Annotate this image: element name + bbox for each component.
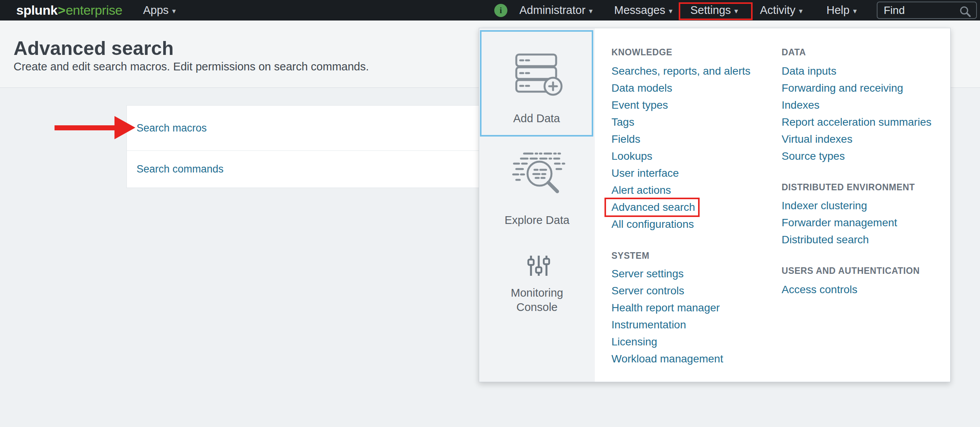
nav-settings-label: Settings: [690, 4, 731, 17]
menu-item[interactable]: Event types: [611, 97, 751, 114]
page-title: Advanced search: [14, 39, 174, 58]
system-section-header: SYSTEM: [611, 250, 649, 261]
splunk-advanced-search-page: { "navbar": { "logo": { "brand": "splunk…: [0, 0, 980, 427]
chevron-down-icon: ▾: [734, 7, 738, 15]
nav-activity-menu[interactable]: Activity ▾: [760, 0, 802, 20]
knowledge-section-list: Searches, reports, and alerts Data model…: [611, 63, 751, 233]
menu-item[interactable]: Server controls: [611, 282, 723, 299]
menu-item-advanced-search[interactable]: Advanced search: [611, 199, 751, 216]
menu-item[interactable]: Tags: [611, 114, 751, 131]
info-icon-glyph: i: [500, 6, 502, 15]
data-section-list: Data inputs Forwarding and receiving Ind…: [782, 63, 932, 165]
panel-tiles-strip: Add Data Explore Data: [479, 28, 595, 382]
monitoring-console-icon: [527, 254, 550, 277]
menu-item[interactable]: Distributed search: [782, 231, 897, 248]
add-data-icon: [514, 53, 564, 96]
menu-item[interactable]: Access controls: [782, 281, 857, 298]
distributed-section-header: DISTRIBUTED ENVIRONMENT: [782, 182, 915, 193]
nav-settings-menu[interactable]: Settings ▾: [690, 0, 738, 20]
menu-item[interactable]: Searches, reports, and alerts: [611, 63, 751, 80]
menu-item[interactable]: All configurations: [611, 216, 751, 233]
explore-data-icon: [510, 151, 567, 200]
menu-item[interactable]: Server settings: [611, 265, 723, 282]
nav-messages-menu[interactable]: Messages ▾: [614, 0, 673, 20]
page-subtitle: Create and edit search macros. Edit perm…: [14, 61, 369, 72]
menu-item[interactable]: Lookups: [611, 148, 751, 165]
splunk-logo[interactable]: splunk>enterprise: [16, 0, 122, 20]
monitoring-console-label: Monitoring Console: [479, 286, 595, 314]
nav-user-menu[interactable]: Administrator ▾: [519, 0, 592, 20]
menu-item[interactable]: Source types: [782, 148, 932, 165]
menu-item[interactable]: Alert actions: [611, 182, 751, 199]
nav-activity-label: Activity: [760, 4, 796, 17]
nav-apps-menu[interactable]: Apps ▾: [143, 0, 176, 20]
menu-item[interactable]: Report acceleration summaries: [782, 114, 932, 131]
system-section-list: Server settings Server controls Health r…: [611, 265, 723, 367]
logo-enterprise-text: enterprise: [66, 3, 122, 18]
annotation-arrow-icon: [55, 115, 136, 140]
nav-help-label: Help: [826, 4, 850, 17]
search-icon: [959, 5, 971, 18]
menu-item[interactable]: Forwarder management: [782, 214, 897, 231]
chevron-down-icon: ▾: [799, 7, 803, 15]
add-data-label: Add Data: [481, 111, 592, 126]
chevron-down-icon: ▾: [172, 7, 176, 15]
menu-item[interactable]: Forwarding and receiving: [782, 80, 932, 97]
menu-item[interactable]: Workload management: [611, 350, 723, 367]
menu-item[interactable]: Virtual indexes: [782, 131, 932, 148]
menu-item[interactable]: Health report manager: [611, 299, 723, 316]
add-data-tile[interactable]: Add Data: [480, 30, 593, 137]
nav-messages-label: Messages: [614, 4, 665, 17]
nav-user-label: Administrator: [519, 4, 586, 17]
users-section-header: USERS AND AUTHENTICATION: [782, 265, 920, 276]
search-macros-link[interactable]: Search macros: [137, 122, 207, 134]
chevron-down-icon: ▾: [669, 7, 673, 15]
chevron-down-icon: ▾: [589, 7, 593, 15]
menu-item[interactable]: User interface: [611, 165, 751, 182]
logo-gt-icon: >: [58, 3, 65, 18]
top-navbar: splunk>enterprise Apps ▾ i Administrator…: [0, 0, 980, 20]
settings-dropdown-panel: Add Data Explore Data: [479, 28, 951, 382]
knowledge-section-header: KNOWLEDGE: [611, 47, 672, 58]
users-section-list: Access controls: [782, 281, 857, 298]
explore-data-label: Explore Data: [479, 213, 595, 227]
menu-item[interactable]: Indexes: [782, 97, 932, 114]
find-input[interactable]: Find: [877, 2, 977, 19]
menu-item[interactable]: Data models: [611, 80, 751, 97]
find-placeholder: Find: [884, 4, 905, 17]
health-info-icon[interactable]: i: [494, 4, 507, 17]
menu-item[interactable]: Instrumentation: [611, 316, 723, 333]
data-section-header: DATA: [782, 47, 806, 58]
distributed-section-list: Indexer clustering Forwarder management …: [782, 197, 897, 248]
nav-apps-label: Apps: [143, 4, 169, 17]
menu-item[interactable]: Fields: [611, 131, 751, 148]
nav-help-menu[interactable]: Help ▾: [826, 0, 857, 20]
chevron-down-icon: ▾: [853, 7, 857, 15]
menu-item[interactable]: Data inputs: [782, 63, 932, 80]
menu-item[interactable]: Indexer clustering: [782, 197, 897, 214]
menu-item[interactable]: Licensing: [611, 333, 723, 350]
logo-splunk-text: splunk: [16, 3, 58, 18]
search-commands-link[interactable]: Search commands: [137, 163, 224, 175]
